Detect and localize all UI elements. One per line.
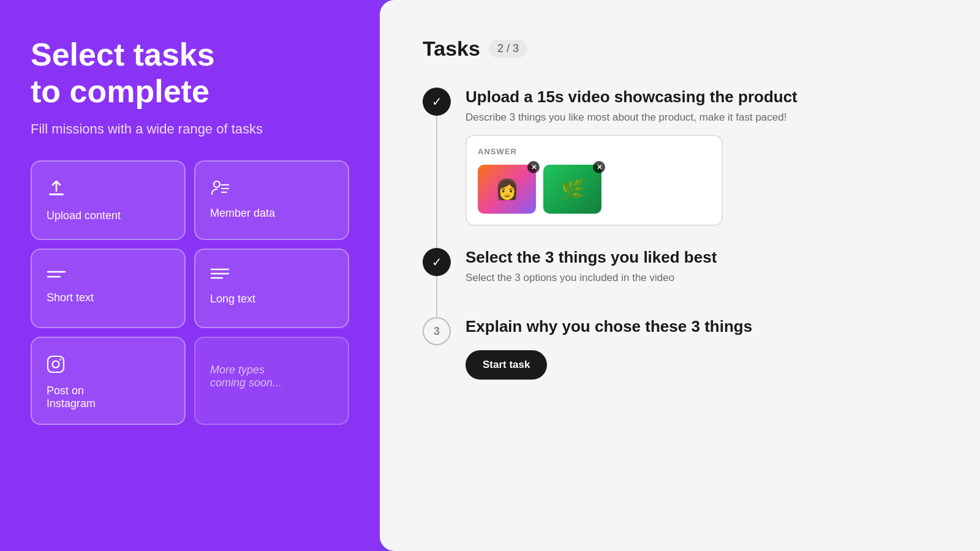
- task-1-answer-box: ANSWER 👩 ✕ 🌿 ✕: [466, 135, 723, 226]
- member-data-icon: [210, 179, 333, 198]
- answer-images: 👩 ✕ 🌿 ✕: [478, 165, 710, 214]
- task-2-step: ✓: [423, 248, 451, 276]
- card-upload-content[interactable]: Upload content: [31, 160, 186, 240]
- tasks-header: Tasks 2 / 3: [423, 37, 937, 61]
- answer-img-2-content: 🌿: [543, 165, 601, 214]
- card-short-text[interactable]: Short text: [31, 249, 186, 328]
- task-3-title: Explain why you chose these 3 things: [466, 317, 937, 336]
- instagram-icon: [47, 355, 170, 376]
- long-text-icon: [210, 267, 333, 284]
- task-2-checkmark: ✓: [432, 255, 442, 269]
- task-1-description: Describe 3 things you like most about th…: [466, 111, 937, 124]
- short-text-icon: [47, 267, 170, 283]
- start-task-button[interactable]: Start task: [466, 350, 547, 380]
- task-1-checkmark: ✓: [432, 94, 442, 109]
- left-panel: Select tasks to complete Fill missions w…: [0, 0, 380, 551]
- svg-rect-10: [48, 356, 64, 372]
- answer-img-wrap-1: 👩 ✕: [478, 165, 536, 214]
- remove-image-1-button[interactable]: ✕: [527, 161, 540, 173]
- card-post-instagram-label: Post on Instagram: [47, 384, 170, 410]
- svg-rect-0: [49, 193, 64, 195]
- card-long-text-label: Long text: [210, 293, 333, 305]
- card-short-text-label: Short text: [47, 291, 170, 304]
- right-panel: Tasks 2 / 3 ✓ Upload a 15s video showcas…: [380, 0, 980, 551]
- task-1-step: ✓: [423, 88, 451, 116]
- answer-image-2: 🌿: [543, 165, 601, 214]
- task-2-title: Select the 3 things you liked best: [466, 248, 937, 267]
- card-more-types: More types coming soon...: [194, 337, 349, 425]
- task-1-title: Upload a 15s video showcasing the produc…: [466, 88, 937, 107]
- card-post-instagram[interactable]: Post on Instagram: [31, 337, 186, 425]
- task-2-description: Select the 3 options you included in the…: [466, 272, 937, 284]
- remove-image-2-button[interactable]: ✕: [593, 161, 605, 173]
- task-3-content: Explain why you chose these 3 things Sta…: [466, 317, 937, 401]
- task-item-1: ✓ Upload a 15s video showcasing the prod…: [423, 88, 937, 248]
- tasks-count-badge: 2 / 3: [489, 40, 527, 58]
- task-type-grid: Upload content Member data: [31, 160, 349, 425]
- svg-point-1: [214, 181, 220, 187]
- card-member-data[interactable]: Member data: [194, 160, 349, 240]
- card-more-types-label: More types coming soon...: [210, 364, 333, 389]
- tasks-title: Tasks: [423, 37, 480, 61]
- task-3-step: 3: [423, 317, 451, 345]
- card-upload-content-label: Upload content: [47, 209, 170, 222]
- answer-image-1: 👩: [478, 165, 536, 214]
- page-subtitle: Fill missions with a wide range of tasks: [31, 121, 349, 137]
- svg-point-12: [59, 359, 61, 361]
- task-list: ✓ Upload a 15s video showcasing the prod…: [423, 88, 937, 402]
- answer-img-wrap-2: 🌿 ✕: [543, 165, 601, 214]
- page-title: Select tasks to complete: [31, 37, 349, 110]
- answer-label: ANSWER: [478, 147, 710, 156]
- task-item-2: ✓ Select the 3 things you liked best Sel…: [423, 248, 937, 317]
- svg-point-11: [53, 361, 59, 367]
- upload-icon: [47, 179, 170, 201]
- answer-img-1-content: 👩: [478, 165, 536, 214]
- card-long-text[interactable]: Long text: [194, 249, 349, 328]
- card-member-data-label: Member data: [210, 207, 333, 220]
- task-1-content: Upload a 15s video showcasing the produc…: [466, 88, 937, 248]
- task-2-content: Select the 3 things you liked best Selec…: [466, 248, 937, 317]
- task-item-3: 3 Explain why you chose these 3 things S…: [423, 317, 937, 401]
- task-3-number: 3: [434, 325, 440, 338]
